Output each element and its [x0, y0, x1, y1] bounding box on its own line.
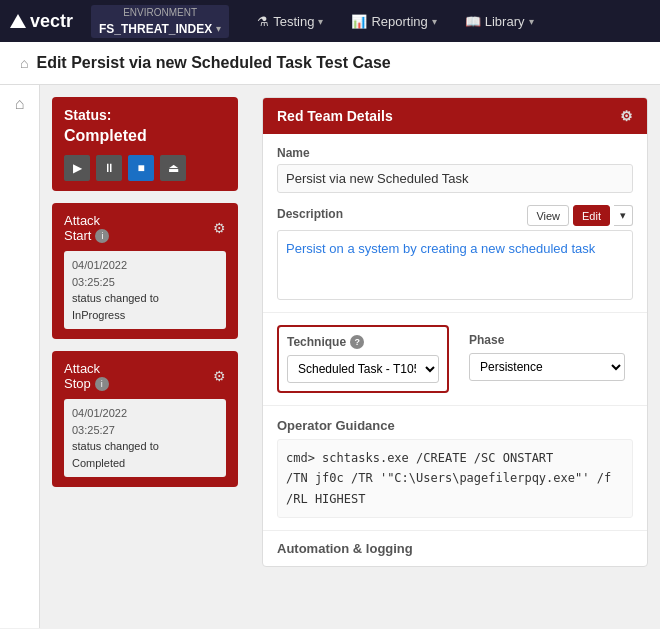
description-row: Description View Edit ▾ [277, 205, 633, 226]
status-card: Status: Completed ▶ ⏸ ■ ⏏ [52, 97, 238, 191]
reporting-chevron-icon: ▾ [432, 16, 437, 27]
name-value: Persist via new Scheduled Task [277, 164, 633, 193]
attack-stop-header: Attack Stop i ⚙ [64, 361, 226, 391]
attack-start-card: Attack Start i ⚙ 04/01/202203:25:25 stat… [52, 203, 238, 339]
play-button[interactable]: ▶ [64, 155, 90, 181]
phase-box: Phase Persistence [461, 325, 633, 393]
logo-text: vectr [30, 11, 73, 32]
sidebar-home-icon[interactable]: ⌂ [15, 95, 25, 113]
attack-stop-event: 04/01/202203:25:27 status changed toComp… [64, 399, 226, 477]
phase-select[interactable]: Persistence [469, 353, 625, 381]
description-actions: View Edit ▾ [527, 205, 633, 226]
attack-start-status: status changed toInProgress [72, 290, 218, 323]
logo[interactable]: vectr [10, 11, 73, 32]
description-section: Description View Edit ▾ Persist on a sys… [263, 205, 647, 312]
technique-label: Technique ? [287, 335, 439, 349]
attack-start-label: Attack [64, 213, 100, 228]
library-label: Library [485, 14, 525, 29]
technique-phase-row: Technique ? Scheduled Task - T1053. Phas… [263, 312, 647, 405]
library-chevron-icon: ▾ [529, 16, 534, 27]
status-controls: ▶ ⏸ ■ ⏏ [64, 155, 226, 181]
reporting-nav-btn[interactable]: 📊 Reporting ▾ [341, 10, 446, 33]
technique-select[interactable]: Scheduled Task - T1053. [287, 355, 439, 383]
description-content: Persist on a system by creating a new sc… [286, 241, 595, 256]
testing-nav-btn[interactable]: ⚗ Testing ▾ [247, 10, 333, 33]
name-label: Name [277, 146, 633, 160]
reporting-icon: 📊 [351, 14, 367, 29]
name-section: Name Persist via new Scheduled Task [263, 134, 647, 205]
description-text: Persist on a system by creating a new sc… [277, 230, 633, 300]
red-team-header: Red Team Details ⚙ [263, 98, 647, 134]
environment-chevron-icon: ▾ [216, 23, 221, 34]
attack-start-timestamp: 04/01/202203:25:25 [72, 257, 218, 290]
edit-dropdown-button[interactable]: ▾ [614, 205, 633, 226]
logo-triangle-icon [10, 14, 26, 28]
attack-stop-status: status changed toCompleted [72, 438, 218, 471]
automation-label: Automation & logging [277, 541, 633, 556]
environment-selector[interactable]: ENVIRONMENT FS_THREAT_INDEX ▾ [91, 5, 229, 38]
operator-command: cmd> schtasks.exe /CREATE /SC ONSTART /T… [277, 439, 633, 518]
technique-info-icon: ? [350, 335, 364, 349]
red-team-card: Red Team Details ⚙ Name Persist via new … [262, 97, 648, 567]
library-icon: 📖 [465, 14, 481, 29]
attack-start-info-icon: i [95, 229, 109, 243]
left-sidebar: ⌂ [0, 85, 40, 628]
attack-start-header: Attack Start i ⚙ [64, 213, 226, 243]
status-value: Completed [64, 127, 226, 145]
page-title-bar: ⌂ Edit Persist via new Scheduled Task Te… [0, 42, 660, 85]
stop-button[interactable]: ■ [128, 155, 154, 181]
main-layout: ⌂ Status: Completed ▶ ⏸ ■ ⏏ Attack Start [0, 85, 660, 628]
attack-stop-title: Attack Stop i [64, 361, 109, 391]
testing-label: Testing [273, 14, 314, 29]
environment-label: ENVIRONMENT [123, 7, 197, 18]
library-nav-btn[interactable]: 📖 Library ▾ [455, 10, 544, 33]
technique-label-text: Technique [287, 335, 346, 349]
attack-start-title: Attack Start i [64, 213, 109, 243]
attack-stop-card: Attack Stop i ⚙ 04/01/202203:25:27 statu… [52, 351, 238, 487]
red-team-title: Red Team Details [277, 108, 393, 124]
status-label: Status: [64, 107, 226, 123]
edit-button[interactable]: Edit [573, 205, 610, 226]
page-title: Edit Persist via new Scheduled Task Test… [36, 54, 390, 72]
attack-start-gear-icon[interactable]: ⚙ [213, 220, 226, 236]
environment-name: FS_THREAT_INDEX [99, 22, 212, 36]
attack-start-event: 04/01/202203:25:25 status changed toInPr… [64, 251, 226, 329]
phase-label: Phase [469, 333, 625, 347]
attack-stop-sub: Stop [64, 376, 91, 391]
attack-stop-timestamp: 04/01/202203:25:27 [72, 405, 218, 438]
automation-section: Automation & logging [263, 530, 647, 566]
technique-box: Technique ? Scheduled Task - T1053. [277, 325, 449, 393]
eject-button[interactable]: ⏏ [160, 155, 186, 181]
home-icon[interactable]: ⌂ [20, 55, 28, 71]
left-panel: Status: Completed ▶ ⏸ ■ ⏏ Attack Start i [40, 85, 250, 628]
attack-start-sub: Start [64, 228, 91, 243]
description-label: Description [277, 207, 343, 221]
attack-stop-label: Attack [64, 361, 100, 376]
operator-section: Operator Guidance cmd> schtasks.exe /CRE… [263, 405, 647, 530]
right-panel: Red Team Details ⚙ Name Persist via new … [250, 85, 660, 628]
red-team-gear-icon[interactable]: ⚙ [620, 108, 633, 124]
testing-icon: ⚗ [257, 14, 269, 29]
top-nav: vectr ENVIRONMENT FS_THREAT_INDEX ▾ ⚗ Te… [0, 0, 660, 42]
attack-stop-gear-icon[interactable]: ⚙ [213, 368, 226, 384]
testing-chevron-icon: ▾ [318, 16, 323, 27]
view-button[interactable]: View [527, 205, 569, 226]
pause-button[interactable]: ⏸ [96, 155, 122, 181]
attack-stop-info-icon: i [95, 377, 109, 391]
reporting-label: Reporting [371, 14, 427, 29]
operator-label: Operator Guidance [277, 418, 633, 433]
